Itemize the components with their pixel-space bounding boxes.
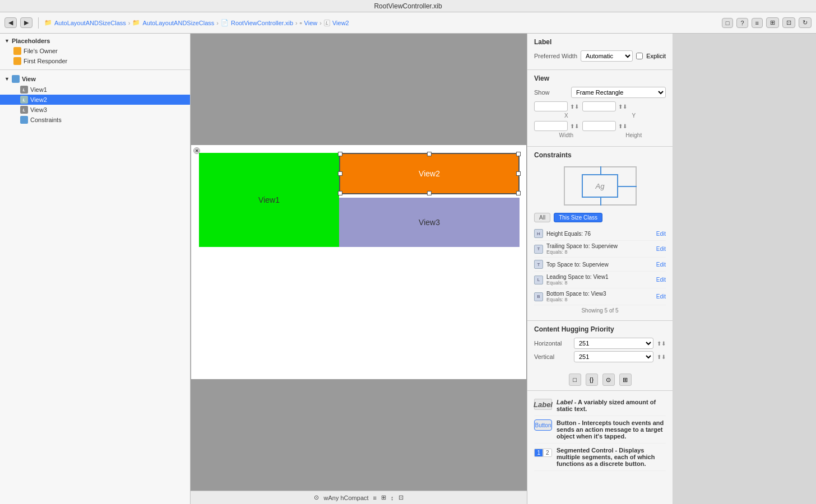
y-stepper[interactable]: ⬆⬇: [618, 104, 627, 110]
width-input[interactable]: 328: [534, 121, 568, 131]
constraint-icon-1: T: [534, 245, 543, 254]
chp-horizontal-stepper[interactable]: ⬆⬇: [657, 340, 666, 347]
toolbar-icon-4[interactable]: ⊞: [766, 17, 779, 28]
handle-bl[interactable]: [338, 191, 342, 195]
height-stepper[interactable]: ⬆⬇: [618, 123, 627, 129]
handle-tr[interactable]: [516, 152, 521, 156]
constraint-sub-3: Equals: 8: [546, 280, 653, 286]
breadcrumb-item-view[interactable]: View: [304, 20, 318, 26]
view2-box-label: View2: [419, 169, 440, 178]
bottom-icon-grid[interactable]: ⊞: [619, 374, 632, 386]
xy-row: 256 ⬆⬇ 8 ⬆⬇: [534, 101, 666, 111]
bottom-bar-icon-1[interactable]: ≡: [373, 494, 377, 501]
show-row: Show Frame Rectangle: [534, 87, 666, 98]
bottom-icon-circle[interactable]: ⊙: [602, 374, 615, 386]
chp-vertical-select[interactable]: 251: [574, 351, 653, 362]
library-button-title-text: Button: [557, 419, 576, 426]
breadcrumb-item-l-icon: L: [324, 20, 330, 26]
toolbar-separator: [38, 17, 39, 29]
toolbar-icon-6[interactable]: ↻: [799, 17, 812, 28]
placeholders-label: Placeholders: [12, 38, 50, 44]
show-select[interactable]: Frame Rectangle: [571, 87, 666, 98]
sidebar-item-view1[interactable]: L View1: [0, 85, 190, 95]
arrow-icon: ▼: [4, 38, 10, 44]
tab-all[interactable]: All: [534, 213, 550, 222]
files-owner-icon: [13, 47, 21, 55]
handle-tm[interactable]: [427, 152, 432, 156]
constraint-edit-0[interactable]: Edit: [656, 231, 666, 237]
library-label-title-text: Label: [557, 399, 573, 405]
breadcrumb-item-1[interactable]: 📁: [44, 19, 52, 26]
breadcrumb-item-folder[interactable]: 📁: [132, 19, 140, 26]
sidebar-item-first-responder[interactable]: First Responder: [0, 56, 190, 66]
sidebar-item-view3[interactable]: L View3: [0, 105, 190, 115]
handle-br[interactable]: [516, 191, 521, 195]
bottom-bar-icon-4[interactable]: ⊡: [398, 494, 404, 501]
constraint-edit-2[interactable]: Edit: [656, 262, 666, 268]
chp-horizontal-row: Horizontal 251 ⬆⬇: [534, 338, 666, 349]
constraint-edit-4[interactable]: Edit: [656, 293, 666, 300]
bottom-bar-icon-2[interactable]: ⊞: [381, 494, 386, 501]
bottom-icon-braces[interactable]: {}: [586, 374, 598, 386]
handle-bm[interactable]: [427, 191, 432, 195]
explicit-checkbox[interactable]: [636, 53, 643, 59]
breadcrumb-item-xib[interactable]: 📄: [221, 19, 229, 26]
toolbar: ◀ ▶ 📁 AutoLayoutANDSizeClass › 📁 AutoLay…: [0, 12, 816, 34]
sidebar-item-view2[interactable]: L View2: [0, 95, 190, 105]
showing-text: Showing 5 of 5: [534, 307, 666, 314]
constraint-edit-1[interactable]: Edit: [656, 246, 666, 252]
constraint-text-0: Height Equals: 76: [546, 231, 653, 237]
breadcrumb-item-class[interactable]: AutoLayoutANDSizeClass: [54, 20, 126, 26]
chp-horizontal-select[interactable]: 251: [574, 338, 653, 349]
y-input[interactable]: 8: [582, 101, 616, 111]
constraint-main-2: Top Space to: Superview: [546, 262, 653, 268]
width-stepper[interactable]: ⬆⬇: [570, 123, 579, 129]
x-stepper[interactable]: ⬆⬇: [570, 104, 579, 110]
bottom-icon-doc[interactable]: □: [569, 374, 581, 386]
constraint-item-4: B Bottom Space to: View3 Equals: 8 Edit: [534, 288, 666, 305]
breadcrumb-item-class2[interactable]: AutoLayoutANDSizeClass: [142, 20, 214, 26]
toolbar-icon-1[interactable]: □: [722, 18, 734, 28]
handle-mr[interactable]: [516, 171, 521, 176]
toolbar-icon-5[interactable]: ⊡: [782, 17, 795, 28]
view2-icon: L: [20, 96, 28, 104]
tab-this-size-class[interactable]: This Size Class: [554, 213, 602, 222]
constraint-item-2: T Top Space to: Superview Edit: [534, 258, 666, 272]
window-title: RootViewController.xib: [374, 2, 442, 10]
constraint-icon-4: B: [534, 292, 543, 301]
nav-back-button[interactable]: ◀: [4, 17, 17, 28]
view1-box[interactable]: View1: [199, 153, 339, 247]
view1-label: View1: [30, 86, 47, 93]
view-label: View: [22, 76, 36, 82]
sidebar-item-constraints[interactable]: Constraints: [0, 115, 190, 125]
library-segmented-icon: 1 2: [534, 447, 552, 458]
library-label-content: Label - A variably sized amount of stati…: [557, 399, 666, 412]
view3-box[interactable]: View3: [339, 198, 520, 247]
x-input[interactable]: 256: [534, 101, 568, 111]
view2-box[interactable]: View2: [339, 153, 520, 194]
handle-tl[interactable]: [338, 152, 342, 156]
handle-ml[interactable]: [338, 171, 342, 176]
xy-labels-row: X Y: [534, 113, 666, 119]
height-input[interactable]: 76: [582, 121, 616, 131]
view1-box-label: View1: [258, 195, 280, 204]
bottom-bar-icon-3[interactable]: ↕: [391, 494, 394, 501]
preferred-width-select[interactable]: Automatic: [581, 50, 633, 62]
nav-forward-button[interactable]: ▶: [20, 17, 33, 28]
breadcrumb-item-xib-label[interactable]: RootViewController.xib: [231, 20, 293, 26]
label-section-title: Label: [534, 38, 666, 46]
placeholders-section: ▼ Placeholders File's Owner First Respon…: [0, 34, 190, 68]
view-group-header[interactable]: ▼ View: [0, 73, 190, 85]
placeholders-header[interactable]: ▼ Placeholders: [0, 36, 190, 46]
toolbar-icon-2[interactable]: ?: [736, 18, 748, 28]
status-icon-left: ⊙: [314, 494, 319, 501]
toolbar-icon-3[interactable]: ≡: [752, 18, 763, 28]
breadcrumb-item-view2[interactable]: View2: [332, 20, 349, 26]
sidebar-item-files-owner[interactable]: File's Owner: [0, 46, 190, 56]
chp-vertical-row: Vertical 251 ⬆⬇: [534, 351, 666, 362]
constraint-text-4: Bottom Space to: View3 Equals: 8: [546, 291, 653, 302]
view-section-title: View: [534, 74, 666, 82]
constraint-edit-3[interactable]: Edit: [656, 277, 666, 283]
explicit-label: Explicit: [646, 53, 666, 59]
chp-vertical-stepper[interactable]: ⬆⬇: [657, 354, 666, 360]
